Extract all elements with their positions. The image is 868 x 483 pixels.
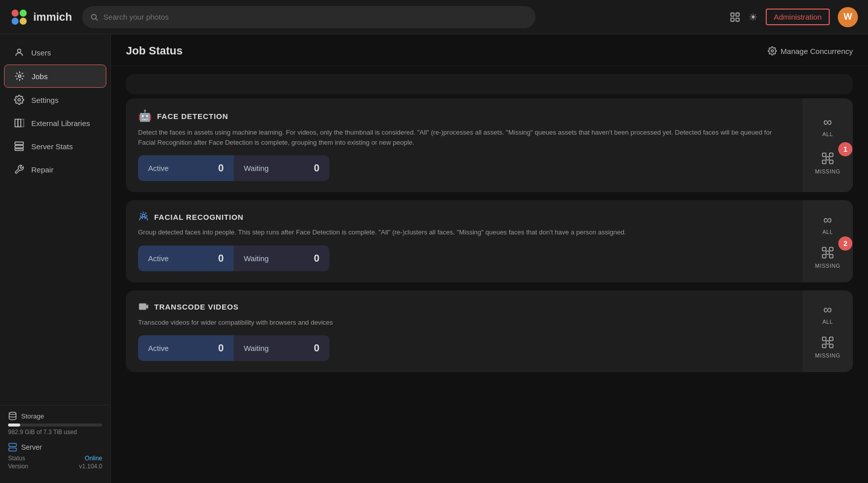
face-detection-actions: ∞ ALL 1 MISSING bbox=[803, 98, 853, 192]
facial-recognition-missing-label: MISSING bbox=[815, 263, 840, 269]
storage-used-text: 982.9 GiB of 7.3 TiB used bbox=[8, 429, 102, 436]
svg-point-3 bbox=[20, 18, 27, 25]
search-input[interactable] bbox=[103, 13, 527, 21]
job-card-main-transcode-videos: TRANSCODE VIDEOS Transcode videos for wi… bbox=[126, 290, 803, 373]
svg-rect-8 bbox=[731, 18, 734, 21]
sidebar-nav: Users Jobs Settings External Libraries bbox=[0, 40, 110, 405]
svg-rect-16 bbox=[15, 142, 24, 145]
logo-icon bbox=[10, 8, 28, 26]
facial-recognition-all-button[interactable]: ∞ ALL bbox=[814, 209, 841, 240]
transcode-videos-waiting-value: 0 bbox=[314, 342, 319, 354]
job-card-main-face-detection: 🤖 FACE DETECTION Detect the faces in ass… bbox=[126, 98, 803, 192]
transcode-videos-waiting-label: Waiting bbox=[244, 344, 269, 352]
svg-point-4 bbox=[92, 14, 96, 19]
filter-icon[interactable] bbox=[729, 12, 741, 23]
infinity-icon: ∞ bbox=[823, 116, 832, 128]
job-title-facial-recognition: FACIAL RECOGNITION bbox=[138, 211, 790, 222]
main-layout: Users Jobs Settings External Libraries bbox=[0, 34, 868, 483]
infinity-icon-2: ∞ bbox=[823, 214, 832, 226]
sidebar-label-server-stats: Server Stats bbox=[31, 142, 73, 151]
svg-rect-21 bbox=[9, 448, 17, 451]
settings-icon bbox=[14, 95, 24, 105]
svg-rect-14 bbox=[18, 119, 21, 127]
svg-point-12 bbox=[18, 99, 21, 101]
sidebar-item-jobs[interactable]: Jobs bbox=[4, 65, 106, 88]
version-key: Version bbox=[8, 463, 28, 470]
svg-point-11 bbox=[19, 75, 21, 78]
page-title: Job Status bbox=[126, 44, 182, 57]
transcode-videos-all-label: ALL bbox=[822, 319, 833, 325]
face-scan-icon-3 bbox=[821, 335, 835, 349]
face-detection-all-button[interactable]: ∞ ALL bbox=[814, 111, 841, 142]
server-label-text: Server bbox=[21, 443, 42, 451]
gear-icon bbox=[768, 46, 777, 55]
svg-rect-34 bbox=[823, 247, 826, 251]
theme-icon[interactable]: ☀ bbox=[749, 11, 758, 23]
facial-recognition-missing-badge: 2 bbox=[838, 236, 852, 251]
facial-recognition-all-label: ALL bbox=[822, 229, 833, 235]
manage-concurrency-label: Manage Concurrency bbox=[781, 47, 853, 55]
transcode-videos-active-value: 0 bbox=[218, 342, 224, 354]
sidebar-bottom: Storage 982.9 GiB of 7.3 TiB used Server… bbox=[0, 405, 110, 477]
transcode-videos-actions: ∞ ALL MISSING bbox=[803, 290, 853, 373]
svg-point-24 bbox=[771, 50, 773, 52]
svg-point-19 bbox=[9, 412, 16, 415]
svg-line-5 bbox=[96, 19, 98, 21]
svg-point-10 bbox=[18, 49, 21, 52]
svg-point-45 bbox=[826, 341, 830, 344]
partial-top-card bbox=[126, 74, 853, 94]
sidebar-item-repair[interactable]: Repair bbox=[4, 158, 106, 180]
avatar[interactable]: W bbox=[838, 7, 858, 27]
facial-recognition-waiting-box: Waiting 0 bbox=[234, 246, 329, 271]
sidebar-item-users[interactable]: Users bbox=[4, 41, 106, 64]
face-detection-all-label: ALL bbox=[822, 131, 833, 137]
svg-rect-26 bbox=[830, 153, 833, 157]
face-detection-waiting-value: 0 bbox=[314, 162, 319, 174]
server-status-row: Status Online bbox=[8, 455, 102, 462]
transcode-videos-stats: Active 0 Waiting 0 bbox=[138, 335, 329, 361]
sidebar-item-server-stats[interactable]: Server Stats bbox=[4, 135, 106, 157]
storage-bar-fill bbox=[8, 424, 20, 427]
face-detection-title: FACE DETECTION bbox=[157, 112, 228, 120]
server-stats-icon bbox=[14, 141, 24, 151]
transcode-videos-waiting-box: Waiting 0 bbox=[234, 335, 329, 361]
administration-button[interactable]: Administration bbox=[766, 9, 830, 25]
facial-recognition-actions: ∞ ALL 2 MISSING bbox=[803, 200, 853, 282]
face-scan-icon bbox=[821, 151, 835, 165]
facial-recognition-icon bbox=[138, 211, 149, 222]
svg-point-2 bbox=[12, 18, 19, 25]
job-card-face-detection: 🤖 FACE DETECTION Detect the faces in ass… bbox=[126, 98, 853, 192]
sidebar-item-settings[interactable]: Settings bbox=[4, 89, 106, 111]
job-card-main-facial-recognition: FACIAL RECOGNITION Group detected faces … bbox=[126, 200, 803, 282]
sidebar-label-external-libraries: External Libraries bbox=[31, 119, 90, 128]
face-detection-stats: Active 0 Waiting 0 bbox=[138, 155, 329, 181]
sidebar: Users Jobs Settings External Libraries bbox=[0, 34, 111, 483]
svg-rect-15 bbox=[21, 119, 24, 127]
sidebar-label-users: Users bbox=[31, 48, 51, 57]
transcode-videos-all-button[interactable]: ∞ ALL bbox=[814, 298, 841, 330]
face-detection-missing-badge: 1 bbox=[838, 142, 852, 156]
svg-rect-25 bbox=[823, 153, 826, 157]
search-bar[interactable] bbox=[82, 6, 536, 28]
job-card-facial-recognition: FACIAL RECOGNITION Group detected faces … bbox=[126, 200, 853, 282]
svg-point-1 bbox=[20, 10, 27, 17]
svg-rect-35 bbox=[830, 247, 833, 251]
sidebar-label-repair: Repair bbox=[31, 165, 53, 174]
facial-recognition-missing-wrapper: 2 MISSING bbox=[807, 240, 848, 274]
jobs-icon bbox=[15, 71, 25, 81]
person-icon bbox=[14, 47, 24, 57]
sidebar-item-external-libraries[interactable]: External Libraries bbox=[4, 112, 106, 134]
face-detection-waiting-label: Waiting bbox=[244, 164, 269, 172]
svg-rect-43 bbox=[823, 344, 826, 348]
transcode-videos-missing-button[interactable]: MISSING bbox=[807, 330, 848, 364]
content-header: Job Status Manage Concurrency bbox=[111, 34, 868, 66]
transcode-videos-active-label: Active bbox=[148, 344, 169, 352]
storage-label-text: Storage bbox=[21, 412, 44, 420]
svg-rect-28 bbox=[830, 160, 833, 164]
svg-rect-7 bbox=[736, 13, 739, 16]
manage-concurrency-button[interactable]: Manage Concurrency bbox=[768, 46, 853, 55]
facial-recognition-active-value: 0 bbox=[218, 253, 224, 264]
header-right: ☀ Administration W bbox=[729, 7, 858, 27]
app-name: immich bbox=[33, 11, 72, 24]
transcode-videos-desc: Transcode videos for wider compatibility… bbox=[138, 318, 790, 328]
